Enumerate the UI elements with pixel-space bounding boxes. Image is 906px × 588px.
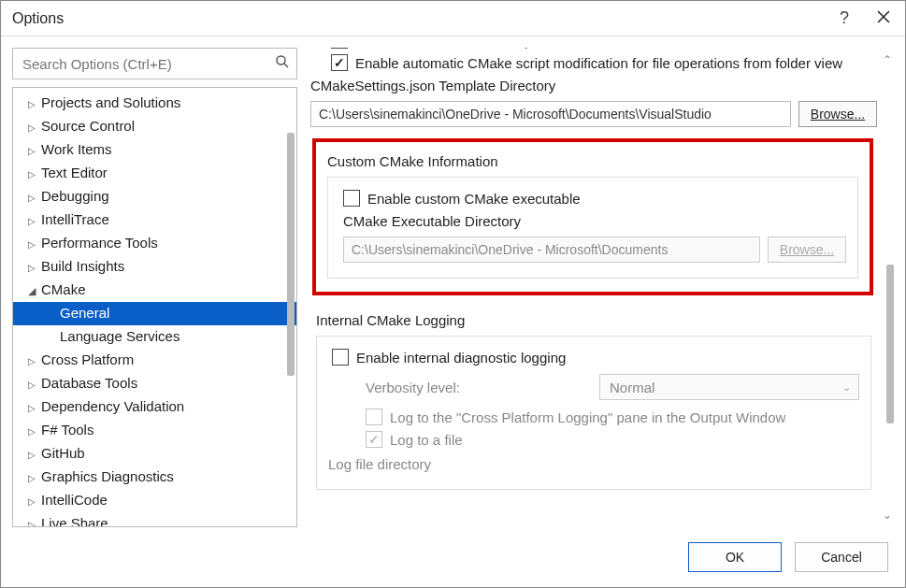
dialog-body: ▷Projects and Solutions▷Source Control▷W… [1, 36, 905, 538]
tree-item-label: IntelliCode [41, 492, 108, 508]
ok-button[interactable]: OK [688, 542, 782, 572]
caret-right-icon: ▷ [28, 467, 41, 489]
tree-item-label: Debugging [41, 188, 109, 204]
caret-right-icon: ▷ [28, 140, 41, 162]
custom-cmake-group-title: Custom CMake Information [327, 150, 858, 177]
tree-item-work-items[interactable]: ▷Work Items [13, 138, 296, 162]
tree-item-build-insights[interactable]: ▷Build Insights [13, 255, 296, 279]
caret-right-icon: ▷ [28, 164, 41, 185]
caret-right-icon: ▷ [28, 257, 41, 279]
search-wrap [12, 48, 297, 79]
tree-item-intellitrace[interactable]: ▷IntelliTrace [13, 208, 296, 232]
tree-item-label: GitHub [41, 445, 85, 461]
tree-item-text-editor[interactable]: ▷Text Editor [13, 162, 296, 185]
tree-item-label: Graphics Diagnostics [41, 468, 174, 484]
tree-item-projects-and-solutions[interactable]: ▷Projects and Solutions [13, 92, 296, 115]
log-file-row: Log to a file [328, 428, 859, 451]
tree-item-cmake[interactable]: ◢CMake [13, 279, 296, 302]
tree-item-language-services[interactable]: ▷Language Services [13, 325, 296, 349]
auto-modification-label: Enable automatic CMake script modificati… [355, 55, 842, 71]
exec-dir-browse-button: Browse... [768, 237, 846, 263]
category-tree[interactable]: ▷Projects and Solutions▷Source Control▷W… [12, 87, 297, 527]
auto-modification-row: Enable automatic CMake script modificati… [310, 51, 877, 74]
window-title: Options [12, 10, 840, 27]
log-pane-row: Log to the "Cross Platform Logging" pane… [328, 406, 859, 428]
enable-custom-row: Enable custom CMake executable [339, 187, 846, 209]
template-dir-browse-button[interactable]: Browse... [798, 101, 877, 127]
tree-item-label: CMake [41, 281, 86, 297]
caret-right-icon: ▷ [28, 117, 41, 138]
tree-item-f-tools[interactable]: ▷F# Tools [13, 419, 296, 442]
tree-item-label: Dependency Validation [41, 398, 184, 414]
caret-right-icon: ▷ [28, 421, 41, 442]
verbose-output-label: Enable verbose CMake output [355, 48, 544, 49]
caret-right-icon: ▷ [28, 397, 41, 419]
cancel-button[interactable]: Cancel [795, 542, 888, 572]
caret-right-icon: ▷ [28, 514, 41, 527]
tree-item-label: Source Control [41, 118, 135, 134]
custom-cmake-group: Enable custom CMake executable CMake Exe… [327, 177, 858, 279]
caret-right-icon: ▷ [28, 210, 41, 232]
tree-item-label: Projects and Solutions [41, 94, 180, 110]
logging-group-title: Internal CMake Logging [310, 308, 877, 336]
custom-cmake-highlight: Custom CMake Information Enable custom C… [312, 138, 873, 295]
template-dir-input[interactable]: C:\Users\sinemakinci\OneDrive - Microsof… [310, 101, 791, 127]
options-window: Options ? ▷Projects and Solutions▷Source… [0, 0, 906, 588]
caret-right-icon: ▷ [28, 187, 41, 208]
content-scrollbar-thumb[interactable] [886, 265, 894, 423]
tree-item-dependency-validation[interactable]: ▷Dependency Validation [13, 395, 296, 419]
verbosity-label: Verbosity level: [366, 380, 581, 395]
caret-right-icon: ▷ [28, 351, 41, 372]
template-dir-label: CMakeSettings.json Template Directory [310, 74, 877, 99]
tree-item-live-share[interactable]: ▷Live Share [13, 512, 296, 527]
log-pane-checkbox [366, 409, 382, 425]
exec-dir-label: CMake Executable Directory [339, 209, 846, 235]
tree-item-label: Cross Platform [41, 351, 134, 367]
tree-item-label: Language Services [60, 328, 180, 344]
settings-content: Enable verbose CMake output Enable autom… [310, 48, 877, 527]
tree-item-label: Work Items [41, 141, 112, 157]
help-button[interactable]: ? [840, 8, 849, 28]
caret-right-icon: ▷ [28, 234, 41, 255]
tree-item-general[interactable]: ▷General [13, 302, 296, 325]
tree-item-cross-platform[interactable]: ▷Cross Platform [13, 349, 296, 372]
verbose-output-checkbox[interactable] [331, 48, 348, 49]
log-file-checkbox [366, 431, 382, 448]
dialog-footer: OK Cancel [1, 538, 905, 587]
verbosity-select[interactable]: Normal ⌄ [599, 374, 859, 400]
tree-item-label: Live Share [41, 515, 108, 527]
close-button[interactable] [873, 8, 894, 28]
caret-right-icon: ▷ [28, 491, 41, 512]
enable-diag-row: Enable internal diagnostic logging [328, 346, 859, 368]
verbosity-value: Normal [610, 380, 654, 395]
caret-right-icon: ▷ [28, 374, 41, 395]
tree-item-label: General [60, 305, 109, 321]
scroll-down-icon[interactable]: ⌄ [883, 509, 892, 522]
tree-item-performance-tools[interactable]: ▷Performance Tools [13, 232, 296, 255]
close-icon [877, 10, 890, 23]
log-file-label: Log to a file [390, 432, 463, 448]
caret-down-icon: ◢ [28, 280, 41, 302]
auto-modification-checkbox[interactable] [331, 54, 348, 71]
caret-right-icon: ▷ [28, 444, 41, 466]
tree-item-database-tools[interactable]: ▷Database Tools [13, 372, 296, 395]
tree-item-intellicode[interactable]: ▷IntelliCode [13, 489, 296, 512]
left-pane: ▷Projects and Solutions▷Source Control▷W… [12, 48, 297, 527]
tree-item-label: Build Insights [41, 258, 124, 274]
search-input[interactable] [12, 48, 297, 79]
tree-item-label: Database Tools [41, 375, 137, 391]
right-pane: ⌃ ⌄ Enable verbose CMake output Enable a… [310, 48, 894, 527]
verbosity-row: Verbosity level: Normal ⌄ [328, 368, 859, 406]
tree-item-graphics-diagnostics[interactable]: ▷Graphics Diagnostics [13, 466, 296, 489]
scroll-up-icon[interactable]: ⌃ [883, 53, 892, 66]
exec-dir-row: C:\Users\sinemakinci\OneDrive - Microsof… [339, 235, 846, 266]
tree-scrollbar-thumb[interactable] [287, 133, 295, 376]
tree-item-github[interactable]: ▷GitHub [13, 442, 296, 466]
tree-item-source-control[interactable]: ▷Source Control [13, 115, 296, 138]
enable-custom-checkbox[interactable] [343, 190, 360, 207]
enable-diag-checkbox[interactable] [332, 349, 349, 366]
enable-custom-label: Enable custom CMake executable [367, 191, 581, 207]
tree-item-debugging[interactable]: ▷Debugging [13, 185, 296, 208]
log-pane-label: Log to the "Cross Platform Logging" pane… [390, 409, 785, 425]
template-dir-row: C:\Users\sinemakinci\OneDrive - Microsof… [310, 99, 877, 131]
